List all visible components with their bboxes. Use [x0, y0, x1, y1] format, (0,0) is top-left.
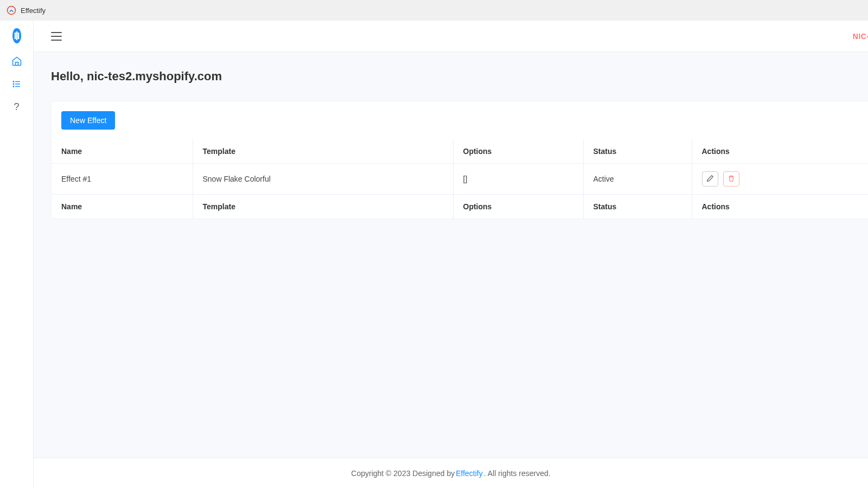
cell-status: Active	[583, 164, 692, 195]
sidebar-logo	[8, 27, 25, 44]
topbar: NIC-TES2.MYSHOPIFY.COM	[34, 21, 868, 52]
th-status: Status	[583, 139, 692, 164]
new-effect-button[interactable]: New Effect	[61, 111, 115, 130]
table-row: Effect #1 Snow Flake Colorful [] Active	[52, 164, 868, 195]
cell-options: []	[453, 164, 583, 195]
footer-brand-link[interactable]: Effectify	[456, 469, 483, 478]
menu-toggle-button[interactable]	[51, 32, 62, 41]
sidebar-item-help[interactable]: ?	[11, 101, 23, 113]
effects-card: New Effect Name Template Options Status …	[51, 101, 868, 219]
tf-status: Status	[583, 195, 692, 219]
sidebar: ?	[0, 21, 34, 488]
cell-name: Effect #1	[52, 164, 193, 195]
tf-name: Name	[52, 195, 193, 219]
tf-template: Template	[193, 195, 453, 219]
app-name: Effectify	[21, 7, 46, 15]
app-icon	[7, 5, 16, 15]
th-actions: Actions	[692, 139, 868, 164]
window-titlebar: Effectify	[0, 0, 868, 21]
th-name: Name	[52, 139, 193, 164]
tf-options: Options	[453, 195, 583, 219]
svg-point-6	[13, 86, 14, 87]
tf-actions: Actions	[692, 195, 868, 219]
edit-button[interactable]	[702, 171, 718, 187]
trash-icon	[727, 175, 735, 184]
sidebar-item-list[interactable]	[11, 78, 23, 90]
store-name-label: NIC-TES2.MYSHOPIFY.COM	[853, 32, 868, 41]
effects-table: Name Template Options Status Actions Eff…	[52, 139, 868, 219]
sidebar-item-home[interactable]	[11, 55, 23, 67]
page-title: Hello, nic-tes2.myshopify.com	[51, 69, 851, 84]
footer-suffix: . All rights reserved.	[484, 469, 551, 478]
cell-template: Snow Flake Colorful	[193, 164, 453, 195]
footer: Copyright © 2023 Designed by Effectify .…	[34, 458, 868, 488]
footer-prefix: Copyright © 2023 Designed by	[351, 469, 455, 478]
svg-point-5	[13, 84, 14, 85]
th-options: Options	[453, 139, 583, 164]
delete-button[interactable]	[723, 171, 739, 187]
svg-point-4	[13, 81, 14, 82]
cell-actions	[692, 164, 868, 195]
th-template: Template	[193, 139, 453, 164]
pencil-icon	[706, 175, 714, 184]
